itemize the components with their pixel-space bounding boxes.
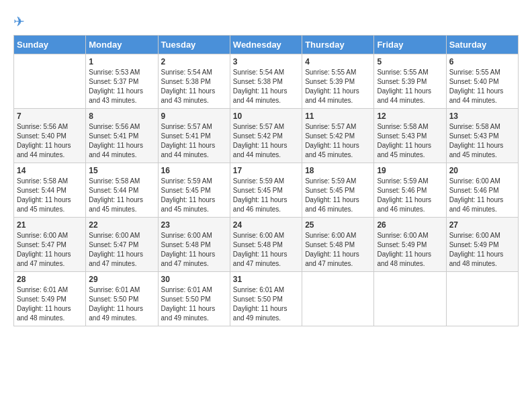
day-header-thursday: Thursday: [302, 36, 374, 54]
day-number: 16: [161, 166, 227, 175]
day-info: Sunrise: 6:00 AMSunset: 5:47 PMDaylight:…: [17, 231, 83, 269]
day-info: Sunrise: 6:00 AMSunset: 5:46 PMDaylight:…: [449, 177, 515, 214]
day-number: 29: [89, 275, 154, 284]
day-info: Sunrise: 5:55 AMSunset: 5:39 PMDaylight:…: [377, 68, 443, 105]
day-info: Sunrise: 6:01 AMSunset: 5:50 PMDaylight:…: [233, 285, 299, 323]
day-info: Sunrise: 5:53 AMSunset: 5:37 PMDaylight:…: [89, 68, 154, 105]
calendar-cell: 2Sunrise: 5:54 AMSunset: 5:38 PMDaylight…: [158, 54, 230, 109]
calendar-cell: 30Sunrise: 6:01 AMSunset: 5:50 PMDayligh…: [158, 272, 230, 326]
calendar-cell: 10Sunrise: 5:57 AMSunset: 5:42 PMDayligh…: [230, 109, 302, 163]
calendar-cell: 12Sunrise: 5:58 AMSunset: 5:43 PMDayligh…: [374, 109, 446, 163]
day-number: 22: [89, 220, 154, 230]
day-number: 24: [233, 220, 299, 230]
day-info: Sunrise: 5:54 AMSunset: 5:38 PMDaylight:…: [161, 68, 227, 105]
day-number: 8: [89, 111, 154, 121]
day-number: 4: [305, 57, 371, 66]
day-info: Sunrise: 5:58 AMSunset: 5:43 PMDaylight:…: [377, 122, 443, 160]
calendar-cell: 31Sunrise: 6:01 AMSunset: 5:50 PMDayligh…: [230, 272, 302, 326]
day-header-saturday: Saturday: [446, 36, 518, 54]
day-info: Sunrise: 6:01 AMSunset: 5:49 PMDaylight:…: [17, 285, 83, 323]
calendar-cell: 20Sunrise: 6:00 AMSunset: 5:46 PMDayligh…: [446, 163, 518, 218]
calendar-cell: 29Sunrise: 6:01 AMSunset: 5:50 PMDayligh…: [86, 272, 158, 326]
day-info: Sunrise: 5:57 AMSunset: 5:41 PMDaylight:…: [161, 122, 227, 160]
day-header-tuesday: Tuesday: [158, 36, 230, 54]
day-info: Sunrise: 5:55 AMSunset: 5:40 PMDaylight:…: [449, 68, 515, 105]
day-number: 17: [233, 166, 299, 175]
day-info: Sunrise: 6:00 AMSunset: 5:49 PMDaylight:…: [377, 231, 443, 269]
calendar-cell: 3Sunrise: 5:54 AMSunset: 5:38 PMDaylight…: [230, 54, 302, 109]
day-number: 21: [17, 220, 83, 230]
day-info: Sunrise: 6:00 AMSunset: 5:48 PMDaylight:…: [305, 231, 371, 269]
calendar-cell: 6Sunrise: 5:55 AMSunset: 5:40 PMDaylight…: [446, 54, 518, 109]
day-number: 1: [89, 57, 154, 66]
day-info: Sunrise: 6:01 AMSunset: 5:50 PMDaylight:…: [161, 285, 227, 323]
day-number: 31: [233, 275, 299, 284]
day-number: 25: [305, 220, 371, 230]
day-number: 15: [89, 166, 154, 175]
calendar-cell: 14Sunrise: 5:58 AMSunset: 5:44 PMDayligh…: [14, 163, 86, 218]
day-info: Sunrise: 5:59 AMSunset: 5:46 PMDaylight:…: [377, 177, 443, 214]
calendar-cell: [14, 54, 86, 109]
day-info: Sunrise: 5:58 AMSunset: 5:43 PMDaylight:…: [449, 122, 515, 160]
calendar-cell: 22Sunrise: 6:00 AMSunset: 5:47 PMDayligh…: [86, 218, 158, 272]
calendar-cell: 25Sunrise: 6:00 AMSunset: 5:48 PMDayligh…: [302, 218, 374, 272]
calendar-cell: 21Sunrise: 6:00 AMSunset: 5:47 PMDayligh…: [14, 218, 86, 272]
day-number: 12: [377, 111, 443, 121]
calendar-cell: 15Sunrise: 5:58 AMSunset: 5:44 PMDayligh…: [86, 163, 158, 218]
day-number: 14: [17, 166, 83, 175]
logo: ✈: [13, 13, 25, 30]
day-info: Sunrise: 6:00 AMSunset: 5:48 PMDaylight:…: [233, 231, 299, 269]
day-info: Sunrise: 5:57 AMSunset: 5:42 PMDaylight:…: [305, 122, 371, 160]
calendar-cell: [374, 272, 446, 326]
day-number: 11: [305, 111, 371, 121]
day-info: Sunrise: 5:54 AMSunset: 5:38 PMDaylight:…: [233, 68, 299, 105]
calendar-cell: 17Sunrise: 5:59 AMSunset: 5:45 PMDayligh…: [230, 163, 302, 218]
calendar-cell: 9Sunrise: 5:57 AMSunset: 5:41 PMDaylight…: [158, 109, 230, 163]
day-number: 23: [161, 220, 227, 230]
day-info: Sunrise: 5:57 AMSunset: 5:42 PMDaylight:…: [233, 122, 299, 160]
calendar-cell: 18Sunrise: 5:59 AMSunset: 5:45 PMDayligh…: [302, 163, 374, 218]
calendar-cell: [302, 272, 374, 326]
day-info: Sunrise: 5:58 AMSunset: 5:44 PMDaylight:…: [89, 177, 154, 214]
day-number: 13: [449, 111, 515, 121]
calendar-cell: 5Sunrise: 5:55 AMSunset: 5:39 PMDaylight…: [374, 54, 446, 109]
day-info: Sunrise: 6:00 AMSunset: 5:48 PMDaylight:…: [161, 231, 227, 269]
day-number: 19: [377, 166, 443, 175]
day-info: Sunrise: 5:56 AMSunset: 5:40 PMDaylight:…: [17, 122, 83, 160]
day-info: Sunrise: 5:56 AMSunset: 5:41 PMDaylight:…: [89, 122, 154, 160]
day-number: 7: [17, 111, 83, 121]
day-info: Sunrise: 5:59 AMSunset: 5:45 PMDaylight:…: [233, 177, 299, 214]
calendar-cell: [446, 272, 518, 326]
day-number: 26: [377, 220, 443, 230]
calendar-cell: 13Sunrise: 5:58 AMSunset: 5:43 PMDayligh…: [446, 109, 518, 163]
calendar-cell: 19Sunrise: 5:59 AMSunset: 5:46 PMDayligh…: [374, 163, 446, 218]
calendar-cell: 28Sunrise: 6:01 AMSunset: 5:49 PMDayligh…: [14, 272, 86, 326]
day-number: 9: [161, 111, 227, 121]
calendar-cell: 16Sunrise: 5:59 AMSunset: 5:45 PMDayligh…: [158, 163, 230, 218]
day-number: 3: [233, 57, 299, 66]
day-number: 28: [17, 275, 83, 284]
day-info: Sunrise: 5:59 AMSunset: 5:45 PMDaylight:…: [305, 177, 371, 214]
day-number: 20: [449, 166, 515, 175]
day-number: 6: [449, 57, 515, 66]
day-header-wednesday: Wednesday: [230, 36, 302, 54]
day-header-sunday: Sunday: [14, 36, 86, 54]
day-info: Sunrise: 6:01 AMSunset: 5:50 PMDaylight:…: [89, 285, 154, 323]
day-number: 30: [161, 275, 227, 284]
day-info: Sunrise: 5:59 AMSunset: 5:45 PMDaylight:…: [161, 177, 227, 214]
calendar-cell: 8Sunrise: 5:56 AMSunset: 5:41 PMDaylight…: [86, 109, 158, 163]
day-number: 18: [305, 166, 371, 175]
header: ✈: [13, 13, 519, 30]
calendar-cell: 24Sunrise: 6:00 AMSunset: 5:48 PMDayligh…: [230, 218, 302, 272]
logo-bird-icon: ✈: [13, 14, 25, 29]
calendar-cell: 4Sunrise: 5:55 AMSunset: 5:39 PMDaylight…: [302, 54, 374, 109]
calendar-table: SundayMondayTuesdayWednesdayThursdayFrid…: [13, 35, 519, 326]
day-header-friday: Friday: [374, 36, 446, 54]
day-info: Sunrise: 5:55 AMSunset: 5:39 PMDaylight:…: [305, 68, 371, 105]
day-number: 27: [449, 220, 515, 230]
calendar-cell: 27Sunrise: 6:00 AMSunset: 5:49 PMDayligh…: [446, 218, 518, 272]
day-number: 5: [377, 57, 443, 66]
calendar-cell: 7Sunrise: 5:56 AMSunset: 5:40 PMDaylight…: [14, 109, 86, 163]
calendar-cell: 23Sunrise: 6:00 AMSunset: 5:48 PMDayligh…: [158, 218, 230, 272]
day-info: Sunrise: 5:58 AMSunset: 5:44 PMDaylight:…: [17, 177, 83, 214]
